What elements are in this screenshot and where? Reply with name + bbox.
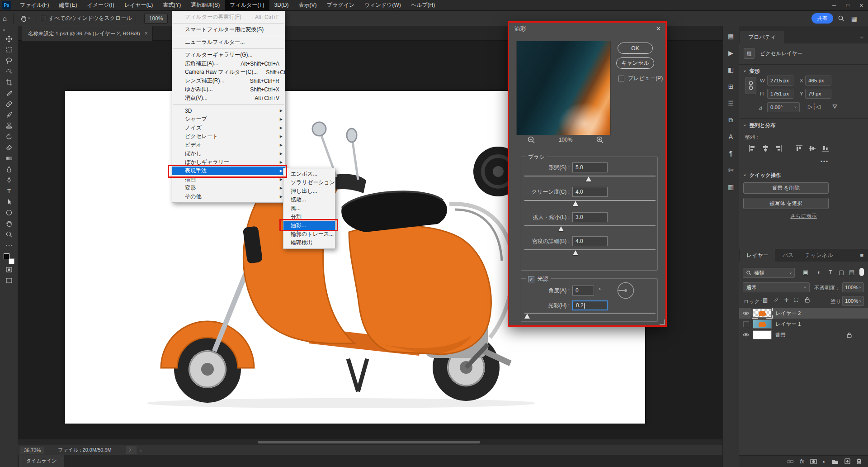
submenu-item-solarize[interactable]: ソラリゼーション bbox=[283, 178, 335, 187]
menu-item-filter-gallery[interactable]: フィルターギャラリー(G)... bbox=[172, 51, 285, 59]
zoom-tool[interactable] bbox=[0, 229, 18, 240]
slider-thumb[interactable] bbox=[573, 201, 578, 206]
patterns-panel-icon[interactable]: ▦ bbox=[728, 183, 734, 191]
align-right-icon[interactable] bbox=[774, 145, 782, 152]
menu-item-filter-rerun[interactable]: フィルターの再実行(F) Alt+Ctrl+F bbox=[172, 13, 285, 21]
opacity-field[interactable]: 100% ˅ bbox=[842, 282, 864, 292]
group-folder-icon[interactable] bbox=[832, 459, 839, 464]
submenu-item-wind[interactable]: 風... bbox=[283, 204, 335, 213]
zoom-100-button[interactable]: 100% bbox=[144, 14, 168, 24]
bristle-detail-slider[interactable] bbox=[524, 248, 656, 256]
menu-item-other[interactable]: その他▶ bbox=[172, 192, 285, 201]
menu-plugins[interactable]: プラグイン bbox=[322, 0, 359, 10]
menu-item-video[interactable]: ビデオ▶ bbox=[172, 141, 285, 149]
panel-menu-icon[interactable]: ≡ bbox=[860, 33, 863, 40]
maximize-button[interactable]: □ bbox=[841, 0, 854, 11]
align-section-header[interactable]: ˅ 整列と分布 bbox=[744, 122, 775, 129]
slider-thumb[interactable] bbox=[573, 250, 578, 255]
eraser-tool[interactable] bbox=[0, 142, 18, 153]
angle-dial[interactable] bbox=[617, 281, 635, 301]
align-left-icon[interactable] bbox=[749, 145, 756, 152]
stylization-slider[interactable] bbox=[524, 175, 656, 182]
submenu-item-oil-paint[interactable]: 油彩... bbox=[283, 221, 335, 230]
cleanliness-slider[interactable] bbox=[524, 199, 656, 206]
menu-item-blur-gallery[interactable]: ぼかしギャラリー▶ bbox=[172, 158, 285, 167]
submenu-item-diffuse[interactable]: 拡散... bbox=[283, 195, 335, 204]
character-panel-icon[interactable]: A bbox=[729, 133, 733, 140]
scale-field[interactable]: 3.0 bbox=[572, 212, 608, 222]
preview-zoom-value[interactable]: 100% bbox=[559, 137, 573, 143]
fill-field[interactable]: 100% ˅ bbox=[842, 296, 864, 306]
horizontal-scrollbar-thumb[interactable] bbox=[258, 441, 480, 443]
menu-item-noise[interactable]: ノイズ▶ bbox=[172, 124, 285, 132]
menu-item-sharpen[interactable]: シャープ▶ bbox=[172, 115, 285, 124]
submenu-item-emboss[interactable]: エンボス... bbox=[283, 170, 335, 178]
lasso-tool[interactable] bbox=[0, 55, 18, 66]
slider-thumb[interactable] bbox=[558, 226, 564, 231]
filter-type-layers-icon[interactable]: T bbox=[829, 269, 832, 276]
submenu-item-find-edges[interactable]: 輪郭検出 bbox=[283, 238, 335, 247]
ok-button[interactable]: OK bbox=[618, 43, 653, 54]
home-icon[interactable]: ⌂ bbox=[0, 14, 9, 22]
menu-3d[interactable]: 3D(D) bbox=[269, 0, 294, 10]
slider-thumb[interactable] bbox=[586, 176, 591, 181]
adjustment-layer-icon[interactable]: ◐ bbox=[823, 458, 826, 465]
timeline-tab[interactable]: タイムライン bbox=[19, 455, 64, 467]
photoshop-logo[interactable]: Ps bbox=[2, 1, 11, 10]
history-brush-tool[interactable] bbox=[0, 131, 18, 142]
menu-item-vanishing-point[interactable]: 消点(V)... Alt+Ctrl+V bbox=[172, 94, 285, 102]
layer-row-2[interactable]: レイヤー 2 bbox=[739, 308, 868, 319]
dialog-close-icon[interactable]: ✕ bbox=[656, 25, 661, 32]
zoom-out-icon[interactable] bbox=[527, 136, 535, 144]
scale-slider[interactable] bbox=[524, 224, 656, 232]
delete-layer-icon[interactable] bbox=[856, 458, 862, 464]
marquee-tool[interactable] bbox=[0, 44, 18, 55]
info-panel-icon[interactable]: ⊞ bbox=[728, 83, 734, 90]
quick-actions-header[interactable]: ˅ クイック操作 bbox=[744, 172, 781, 179]
flip-vertical-icon[interactable]: ⛛ bbox=[832, 103, 837, 110]
menu-item-stylize[interactable]: 表現手法▶ bbox=[172, 167, 285, 175]
menu-view[interactable]: 表示(V) bbox=[294, 0, 322, 10]
submenu-item-extrude[interactable]: 押し出し... bbox=[283, 187, 335, 195]
menu-item-distort[interactable]: 変形▶ bbox=[172, 184, 285, 192]
lock-paint-icon[interactable] bbox=[774, 297, 779, 304]
shape-tool[interactable] bbox=[0, 207, 18, 218]
layer-row-background[interactable]: 背景 bbox=[739, 329, 868, 340]
tab-properties[interactable]: プロパティ bbox=[740, 31, 784, 43]
shine-field[interactable]: 0.2 bbox=[572, 300, 608, 310]
foreground-color-swatch[interactable] bbox=[4, 253, 9, 259]
angle-field[interactable]: 0 bbox=[572, 286, 594, 295]
lock-position-icon[interactable]: ✛ bbox=[784, 297, 789, 303]
submenu-item-tiles[interactable]: 分割 bbox=[283, 213, 335, 221]
lighting-checkbox[interactable]: ✓ bbox=[528, 276, 534, 282]
type-tool[interactable]: T bbox=[0, 186, 18, 196]
edit-toolbar-button[interactable] bbox=[0, 240, 18, 251]
filter-adjustment-layers-icon[interactable]: ◐ bbox=[817, 269, 821, 276]
filter-smart-objects-icon[interactable]: ▤ bbox=[849, 269, 854, 276]
eyedropper-tool[interactable] bbox=[0, 88, 18, 99]
pen-tool[interactable] bbox=[0, 175, 18, 186]
tab-paths[interactable]: パス bbox=[776, 249, 800, 262]
layer-name[interactable]: 背景 bbox=[775, 332, 786, 338]
flip-horizontal-icon[interactable]: ▷┆◁ bbox=[808, 103, 821, 110]
toolbar-collapse-icon[interactable]: » bbox=[0, 26, 18, 33]
menu-item-3d[interactable]: 3D▶ bbox=[172, 106, 285, 115]
menu-item-convert-smart-filter[interactable]: スマートフィルター用に変換(S) bbox=[172, 25, 285, 34]
show-more-link[interactable]: さらに表示 bbox=[739, 213, 868, 219]
brush-tool[interactable] bbox=[0, 110, 18, 120]
shine-slider[interactable] bbox=[524, 312, 656, 319]
menu-item-lens-correction[interactable]: レンズ補正(R)... Shift+Ctrl+R bbox=[172, 76, 285, 85]
panel-menu-icon[interactable]: ≡ bbox=[860, 252, 863, 259]
width-field[interactable]: 2715 px bbox=[767, 76, 793, 86]
scroll-all-windows-checkbox[interactable]: すべてのウィンドウをスクロール bbox=[41, 14, 132, 22]
layer-effects-icon[interactable]: fx bbox=[800, 458, 804, 465]
bristle-detail-field[interactable]: 4.0 bbox=[572, 236, 608, 246]
layer-row-1[interactable]: レイヤー 1 bbox=[739, 319, 868, 329]
menu-item-pixelate[interactable]: ピクセレート▶ bbox=[172, 132, 285, 141]
clone-source-panel-icon[interactable]: ⧉ bbox=[729, 116, 733, 124]
menu-item-neural-filters[interactable]: ニューラルフィルター... bbox=[172, 38, 285, 47]
tab-channels[interactable]: チャンネル bbox=[799, 249, 839, 262]
menu-filter[interactable]: フィルター(T) bbox=[225, 0, 269, 10]
align-bottom-icon[interactable] bbox=[822, 145, 830, 152]
filter-shape-layers-icon[interactable]: ▢ bbox=[839, 269, 844, 276]
